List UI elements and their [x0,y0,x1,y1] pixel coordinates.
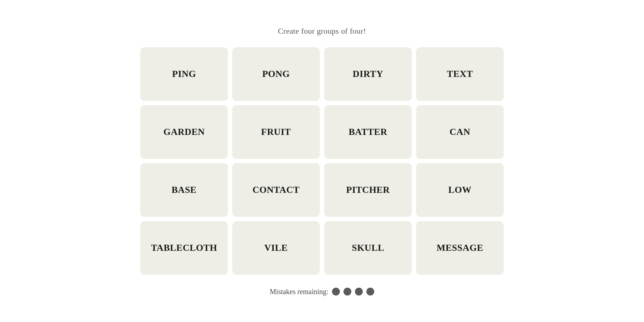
tile-tablecloth[interactable]: TABLECLOTH [140,221,228,275]
tile-can[interactable]: CAN [416,105,504,159]
tile-label-tablecloth: TABLECLOTH [151,243,217,253]
tile-label-low: LOW [448,185,472,195]
tile-label-dirty: DIRTY [353,69,383,79]
tile-contact[interactable]: CONTACT [232,163,320,217]
tile-label-contact: CONTACT [253,185,300,195]
tile-label-garden: GARDEN [164,127,205,137]
tile-label-vile: VILE [264,243,288,253]
mistakes-dots [332,288,374,296]
tile-vile[interactable]: VILE [232,221,320,275]
mistakes-section: Mistakes remaining: [270,288,374,296]
tile-fruit[interactable]: FRUIT [232,105,320,159]
mistake-dot-3 [355,288,363,296]
tile-label-skull: SKULL [352,243,384,253]
tile-pong[interactable]: PONG [232,47,320,101]
tile-label-text: TEXT [447,69,473,79]
tile-label-batter: BATTER [349,127,387,137]
mistake-dot-4 [366,288,374,296]
tile-label-ping: PING [172,69,196,79]
tile-low[interactable]: LOW [416,163,504,217]
tile-label-can: CAN [450,127,470,137]
tile-pitcher[interactable]: PITCHER [324,163,412,217]
mistake-dot-1 [332,288,340,296]
tile-dirty[interactable]: DIRTY [324,47,412,101]
tile-batter[interactable]: BATTER [324,105,412,159]
word-grid: PINGPONGDIRTYTEXTGARDENFRUITBATTERCANBAS… [140,47,504,275]
game-subtitle: Create four groups of four! [278,26,366,36]
tile-label-fruit: FRUIT [261,127,291,137]
tile-message[interactable]: MESSAGE [416,221,504,275]
mistake-dot-2 [343,288,351,296]
tile-skull[interactable]: SKULL [324,221,412,275]
mistakes-label: Mistakes remaining: [270,288,328,296]
tile-label-pitcher: PITCHER [346,185,390,195]
tile-base[interactable]: BASE [140,163,228,217]
tile-label-message: MESSAGE [436,243,483,253]
tile-ping[interactable]: PING [140,47,228,101]
tile-garden[interactable]: GARDEN [140,105,228,159]
tile-text[interactable]: TEXT [416,47,504,101]
tile-label-base: BASE [172,185,197,195]
tile-label-pong: PONG [262,69,290,79]
